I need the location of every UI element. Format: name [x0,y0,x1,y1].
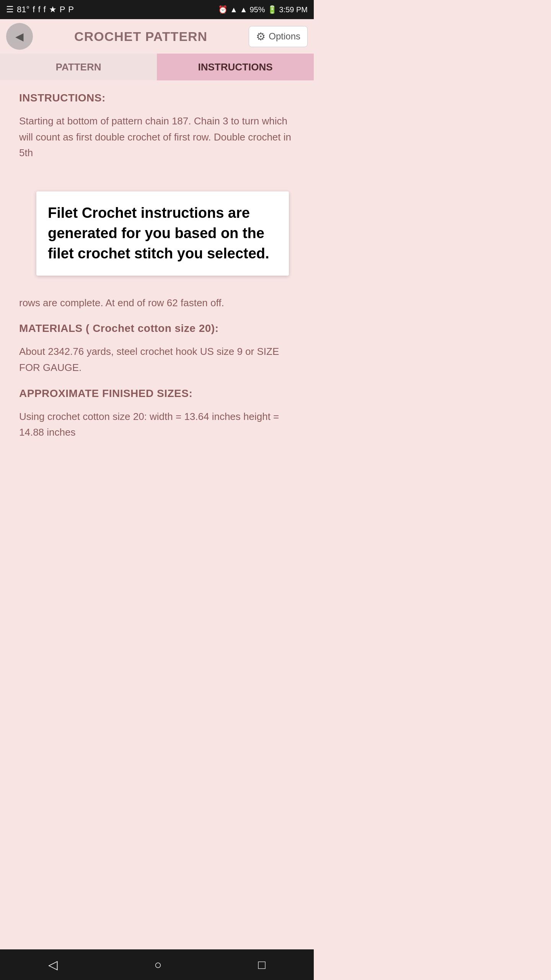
notification-dots: ☰ [6,5,14,15]
bookmark-icon: ★ [49,5,57,15]
sizes-body: Using crochet cotton size 20: width = 13… [19,409,295,441]
materials-heading: MATERIALS ( Crochet cotton size 20): [19,322,295,335]
instructions-end: rows are complete. At end of row 62 fast… [19,295,295,311]
page-title: CROCHET PATTERN [33,29,249,44]
status-bar: ☰ 81° f f f ★ P P ⏰ ▲ ▲ 95% 🔋 3:59 PM [0,0,314,19]
battery-percent: 95% [249,5,265,14]
back-button[interactable]: ◀ [6,23,33,50]
tab-bar: PATTERN INSTRUCTIONS [0,54,314,80]
content-area: INSTRUCTIONS: Starting at bottom of patt… [0,80,314,464]
instructions-heading: INSTRUCTIONS: [19,92,295,104]
tooltip-popup: Filet Crochet instructions are generated… [36,191,289,276]
tab-instructions-label: INSTRUCTIONS [198,61,273,73]
sizes-heading: APPROXIMATE FINISHED SIZES: [19,387,295,400]
signal-icon: ▲ [240,5,248,14]
tab-pattern[interactable]: PATTERN [0,54,157,80]
status-left: ☰ 81° f f f ★ P P [6,5,74,15]
instructions-body: Starting at bottom of pattern chain 187.… [19,113,295,161]
materials-body: About 2342.76 yards, steel crochet hook … [19,344,295,376]
battery-icon: 🔋 [267,5,277,14]
tab-pattern-label: PATTERN [56,61,101,73]
header: ◀ CROCHET PATTERN ⚙ Options [0,19,314,54]
time: 3:59 PM [279,5,308,14]
pinterest-icon-2: P [68,5,74,15]
facebook-icon-1: f [33,5,35,15]
temperature: 81° [17,5,29,15]
pinterest-icon-1: P [60,5,65,15]
wifi-icon: ▲ [230,5,238,14]
gear-icon: ⚙ [256,30,266,43]
back-arrow-icon: ◀ [15,30,24,43]
options-button[interactable]: ⚙ Options [249,26,308,47]
alarm-icon: ⏰ [218,5,228,14]
tooltip-text: Filet Crochet instructions are generated… [48,203,277,264]
options-label: Options [269,31,300,42]
facebook-icon-2: f [38,5,40,15]
status-right: ⏰ ▲ ▲ 95% 🔋 3:59 PM [218,5,308,14]
facebook-icon-3: f [44,5,46,15]
tab-instructions[interactable]: INSTRUCTIONS [157,54,314,80]
